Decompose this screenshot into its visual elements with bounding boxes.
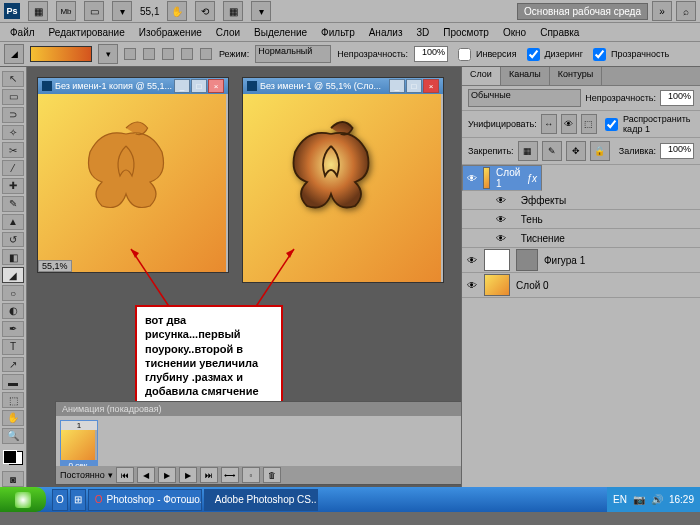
eraser-tool[interactable]: ◧ — [2, 249, 24, 265]
move-tool[interactable]: ↖ — [2, 71, 24, 87]
color-swatch[interactable] — [3, 450, 23, 465]
arrange-icon[interactable]: ▦ — [223, 1, 243, 21]
task-opera[interactable]: OPhotoshop - Фотошо... — [88, 489, 202, 511]
tray-lang[interactable]: EN — [613, 494, 627, 505]
marquee-tool[interactable]: ▭ — [2, 89, 24, 105]
anim-loop[interactable]: Постоянно — [60, 470, 105, 480]
start-button[interactable] — [0, 487, 46, 512]
unify-vis[interactable]: 👁 — [561, 114, 577, 134]
layer-row-1[interactable]: 👁 Слой 1 ƒx — [462, 165, 542, 191]
type-tool[interactable]: T — [2, 339, 24, 355]
tab-paths[interactable]: Контуры — [550, 67, 602, 85]
tray-icon[interactable]: 📷 — [633, 494, 645, 505]
doc1-titlebar[interactable]: Без имени-1 копия @ 55,1... _□× — [38, 78, 228, 94]
menu-help[interactable]: Справка — [534, 25, 585, 40]
shape-tool[interactable]: ▬ — [2, 374, 24, 390]
menu-select[interactable]: Выделение — [248, 25, 313, 40]
system-tray[interactable]: EN 📷 🔊 16:29 — [607, 487, 700, 512]
hand-icon[interactable]: ✋ — [167, 1, 187, 21]
unify-pos[interactable]: ↔ — [541, 114, 557, 134]
menu-edit[interactable]: Редактирование — [43, 25, 131, 40]
unify-style[interactable]: ⬚ — [581, 114, 597, 134]
grad-reflected[interactable] — [181, 48, 193, 60]
screen-icon[interactable]: ▭ — [84, 1, 104, 21]
transparency-cb[interactable]: Прозрачность — [589, 45, 669, 64]
gradient-preview[interactable] — [30, 46, 92, 62]
tab-channels[interactable]: Каналы — [501, 67, 550, 85]
stamp-tool[interactable]: ▲ — [2, 214, 24, 230]
quicklaunch-1[interactable]: O — [52, 489, 68, 511]
task-photoshop[interactable]: Adobe Photoshop CS... — [204, 489, 318, 511]
menu-file[interactable]: Файл — [4, 25, 41, 40]
quicklaunch-2[interactable]: ⊞ — [70, 489, 86, 511]
menu-filter[interactable]: Фильтр — [315, 25, 361, 40]
menu-view[interactable]: Просмотр — [437, 25, 495, 40]
animation-frame-1[interactable]: 1 0 сек. — [60, 420, 98, 472]
doc1-close[interactable]: × — [208, 79, 224, 93]
layer-fill[interactable]: 100% — [660, 143, 694, 159]
wand-tool[interactable]: ✧ — [2, 125, 24, 141]
mode-select[interactable]: Нормальный — [255, 45, 331, 63]
layer-visibility[interactable]: 👁 — [466, 279, 478, 291]
anim-first[interactable]: ⏮ — [116, 467, 134, 483]
hand-tool[interactable]: ✋ — [2, 410, 24, 426]
menu-analysis[interactable]: Анализ — [363, 25, 409, 40]
history-tool[interactable]: ↺ — [2, 232, 24, 248]
grad-linear[interactable] — [124, 48, 136, 60]
blur-tool[interactable]: ○ — [2, 285, 24, 301]
heal-tool[interactable]: ✚ — [2, 178, 24, 194]
layer-opacity[interactable]: 100% — [660, 90, 694, 106]
document-window-1[interactable]: Без имени-1 копия @ 55,1... _□× 55,1% — [37, 77, 229, 273]
lock-all[interactable]: 🔒 — [590, 141, 610, 161]
anim-next[interactable]: ▶ — [179, 467, 197, 483]
layer-emboss[interactable]: 👁 Тиснение — [462, 229, 700, 248]
grad-radial[interactable] — [143, 48, 155, 60]
opacity-input[interactable]: 100% — [414, 46, 448, 62]
search-icon[interactable]: ⌕ — [676, 1, 696, 21]
layer-thumb[interactable] — [483, 167, 490, 189]
anim-prev[interactable]: ◀ — [137, 467, 155, 483]
layer-row-shape[interactable]: 👁 Фигура 1 — [462, 248, 700, 273]
anim-trash[interactable]: 🗑 — [263, 467, 281, 483]
anim-last[interactable]: ⏭ — [200, 467, 218, 483]
layer-row-bg[interactable]: 👁 Слой 0 — [462, 273, 700, 298]
doc2-titlebar[interactable]: Без имени-1 @ 55,1% (Сло... _□× — [243, 78, 443, 94]
tray-clock[interactable]: 16:29 — [669, 494, 694, 505]
tray-icon[interactable]: 🔊 — [651, 494, 663, 505]
workspace-switcher[interactable]: Основная рабочая среда — [517, 3, 648, 20]
gradient-tool[interactable]: ◢ — [2, 267, 24, 283]
layer-effects[interactable]: 👁 Эффекты — [462, 191, 700, 210]
3d-tool[interactable]: ⬚ — [2, 392, 24, 408]
doc2-max[interactable]: □ — [406, 79, 422, 93]
rotate-icon[interactable]: ⟲ — [195, 1, 215, 21]
eyedropper-tool[interactable]: ⁄ — [2, 160, 24, 176]
brush-tool[interactable]: ✎ — [2, 196, 24, 212]
lock-move[interactable]: ✥ — [566, 141, 586, 161]
gradient-tool-icon[interactable]: ◢ — [4, 44, 24, 64]
anim-new[interactable]: ▫ — [242, 467, 260, 483]
more-icon[interactable]: » — [652, 1, 672, 21]
gradient-dd[interactable]: ▾ — [98, 44, 118, 64]
layer-visibility[interactable]: 👁 — [466, 254, 478, 266]
grad-angle[interactable] — [162, 48, 174, 60]
bridge-icon[interactable]: ▦ — [28, 1, 48, 21]
zoom-value[interactable]: 55,1 — [140, 6, 159, 17]
lock-paint[interactable]: ✎ — [542, 141, 562, 161]
doc2-close[interactable]: × — [423, 79, 439, 93]
lock-trans[interactable]: ▦ — [518, 141, 538, 161]
quickmask[interactable]: ◙ — [2, 471, 24, 487]
pen-tool[interactable]: ✒ — [2, 321, 24, 337]
path-tool[interactable]: ↗ — [2, 357, 24, 373]
document-window-2[interactable]: Без имени-1 @ 55,1% (Сло... _□× — [242, 77, 444, 283]
doc1-min[interactable]: _ — [174, 79, 190, 93]
layer-visibility[interactable]: 👁 — [467, 172, 477, 184]
animation-header[interactable]: Анимация (покадровая) — [56, 402, 461, 416]
crop-tool[interactable]: ✂ — [2, 142, 24, 158]
grad-diamond[interactable] — [200, 48, 212, 60]
tab-layers[interactable]: Слои — [462, 67, 501, 85]
propagate-cb[interactable] — [605, 118, 618, 131]
lasso-tool[interactable]: ⊃ — [2, 107, 24, 123]
anim-play[interactable]: ▶ — [158, 467, 176, 483]
menu-3d[interactable]: 3D — [410, 25, 435, 40]
doc2-canvas[interactable] — [243, 94, 441, 282]
